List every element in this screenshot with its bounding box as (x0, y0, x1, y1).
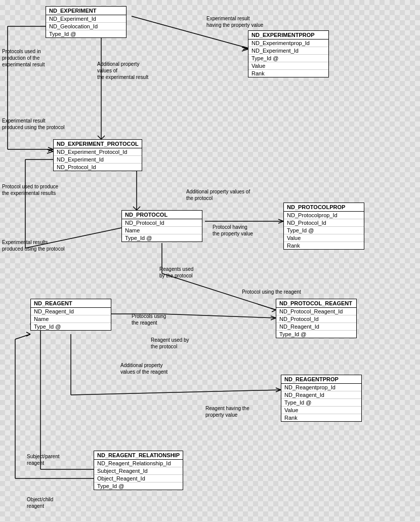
label-reagent-used-by: Reagent used bythe protocol (151, 337, 189, 350)
field-exp-protocol-id: ND_Experiment_Protocol_Id (54, 148, 142, 156)
label-protocols-used: Protocols used inproduction of theexperi… (2, 48, 45, 68)
field-type-id-1: Type_Id @ (46, 30, 126, 37)
nd-reagent-title: ND_REAGENT (31, 299, 111, 308)
field-type-id-6: Type_Id @ (276, 331, 356, 338)
nd-reagentprop-table: ND_REAGENTPROP ND_Reagentprop_Id ND_Reag… (281, 375, 362, 422)
field-object-reagent-id: Object_Reagent_Id (94, 475, 183, 483)
label-additional-props-protocol: Additional property values ofthe protoco… (186, 188, 250, 202)
field-protocol-id-fk: ND_Protocol_Id (54, 164, 142, 171)
nd-reagent-table: ND_REAGENT ND_Reagent_Id Name Type_Id @ (30, 299, 111, 331)
svg-line-6 (48, 147, 53, 149)
svg-line-44 (47, 149, 53, 151)
svg-line-40 (26, 332, 30, 334)
field-type-id-7: Type_Id @ (281, 399, 361, 407)
nd-protocol-reagent-table: ND_PROTOCOL_REAGENT ND_Protocol_Reagent_… (276, 299, 357, 338)
svg-line-9 (98, 136, 101, 139)
svg-line-25 (162, 314, 276, 318)
svg-line-16 (137, 207, 140, 210)
svg-line-31 (276, 390, 281, 392)
label-protocol-having-prop: Protocol havingthe property value (213, 224, 253, 237)
nd-experiment-protocol-table: ND_EXPERIMENT_PROTOCOL ND_Experiment_Pro… (53, 139, 142, 171)
field-protocol-reagent-id: ND_Protocol_Reagent_Id (276, 308, 356, 315)
field-experiment-id-fk: ND_Experiment_Id (248, 47, 328, 55)
svg-line-1 (243, 47, 248, 48)
field-reagent-id-fk2: ND_Reagent_Id (281, 391, 361, 399)
label-reagent-having-prop: Reagent having theproperty value (205, 405, 249, 418)
field-name-2: Name (31, 315, 111, 323)
nd-protocolprop-table: ND_PROTOCOLPROP ND_Protocolprop_Id ND_Pr… (283, 203, 364, 250)
nd-protocolprop-title: ND_PROTOCOLPROP (284, 203, 364, 212)
svg-line-30 (276, 388, 281, 390)
field-type-id-3: Type_Id @ (122, 234, 202, 242)
label-additional-props-reagent: Additional propertyvalues of the reagent (120, 362, 167, 375)
nd-experimentprop-table: ND_EXPERIMENTPROP ND_Experimentprop_Id N… (248, 30, 329, 77)
label-exp-result-protocol: Experimental resultproduced using the pr… (2, 117, 64, 131)
field-reagentprop-id: ND_Reagentprop_Id (281, 384, 361, 391)
nd-experiment-table: ND_EXPERIMENT ND_Experiment_Id ND_Geoloc… (46, 6, 127, 38)
svg-line-7 (48, 149, 53, 151)
svg-line-27 (271, 318, 276, 320)
field-protocol-id-fk3: ND_Protocol_Id (276, 315, 356, 323)
nd-experiment-protocol-title: ND_EXPERIMENT_PROTOCOL (54, 140, 142, 148)
label-protocols-using-reagent: Protocols usingthe reagent (132, 313, 166, 326)
label-exp-results-protocol: Experimental resultsproduced using the p… (2, 239, 64, 252)
nd-reagent-relationship-title: ND_REAGENT_RELATIONSHIP (94, 451, 183, 460)
field-value-1: Value (248, 62, 328, 70)
field-type-id-8: Type_Id @ (94, 483, 183, 490)
label-additional-props-exp: Additional propertyvalues ofthe experime… (97, 61, 148, 81)
label-subject-parent-reagent: Subject/parentreagent (27, 453, 60, 466)
field-geolocation-id: ND_Geolocation_Id (46, 23, 126, 30)
relationship-lines (0, 0, 420, 522)
nd-protocol-reagent-title: ND_PROTOCOL_REAGENT (276, 299, 356, 308)
field-type-id-5: Type_Id @ (31, 323, 111, 330)
field-subject-reagent-id: Subject_Reagent_Id (94, 467, 183, 475)
nd-experiment-title: ND_EXPERIMENT (46, 7, 126, 15)
field-reagent-rel-id: ND_Reagent_Relationship_Id (94, 460, 183, 467)
svg-line-42 (242, 47, 248, 49)
svg-line-18 (278, 219, 283, 221)
field-value-3: Value (281, 407, 361, 414)
label-protocol-used: Protocol used to producethe experimental… (2, 183, 58, 196)
svg-line-2 (243, 48, 248, 50)
svg-line-22 (271, 308, 276, 310)
svg-line-29 (71, 390, 281, 395)
nd-protocol-title: ND_PROTOCOL (122, 211, 202, 219)
nd-experimentprop-title: ND_EXPERIMENTPROP (248, 31, 328, 39)
field-experimentprop-id: ND_Experimentprop_Id (248, 39, 328, 47)
svg-line-39 (15, 334, 30, 339)
field-experiment-id-fk2: ND_Experiment_Id (54, 156, 142, 164)
label-object-child-reagent: Object/childreagent (27, 496, 53, 509)
svg-line-23 (272, 310, 276, 312)
svg-line-26 (271, 316, 276, 318)
svg-line-19 (278, 221, 283, 223)
field-value-2: Value (284, 234, 364, 242)
label-protocol-using-reagent: Protocol using the reagent (242, 289, 301, 295)
nd-reagent-relationship-table: ND_REAGENT_RELATIONSHIP ND_Reagent_Relat… (94, 451, 183, 490)
field-reagent-id-fk: ND_Reagent_Id (276, 323, 356, 331)
field-protocol-id: ND_Protocol_Id (122, 219, 202, 227)
field-type-id-2: Type_Id @ (248, 55, 328, 62)
field-protocol-id-fk2: ND_Protocol_Id (284, 219, 364, 227)
nd-reagentprop-title: ND_REAGENTPROP (281, 375, 361, 384)
field-experiment-id: ND_Experiment_Id (46, 15, 126, 23)
field-name-1: Name (122, 227, 202, 234)
field-type-id-4: Type_Id @ (284, 227, 364, 234)
field-protocolprop-id: ND_Protocolprop_Id (284, 212, 364, 219)
svg-line-10 (101, 136, 105, 139)
nd-protocol-table: ND_PROTOCOL ND_Protocol_Id Name Type_Id … (121, 210, 202, 242)
svg-line-41 (26, 334, 30, 336)
svg-line-15 (133, 207, 137, 210)
svg-line-43 (242, 49, 248, 51)
label-reagents-used: Reagents usedby the protocol (159, 266, 193, 279)
field-rank-2: Rank (284, 242, 364, 249)
field-rank-3: Rank (281, 414, 361, 421)
svg-line-45 (47, 151, 53, 153)
field-reagent-id: ND_Reagent_Id (31, 308, 111, 315)
field-rank-1: Rank (248, 70, 328, 77)
label-exp-result-having-prop: Experimental resulthaving the property v… (206, 15, 263, 28)
